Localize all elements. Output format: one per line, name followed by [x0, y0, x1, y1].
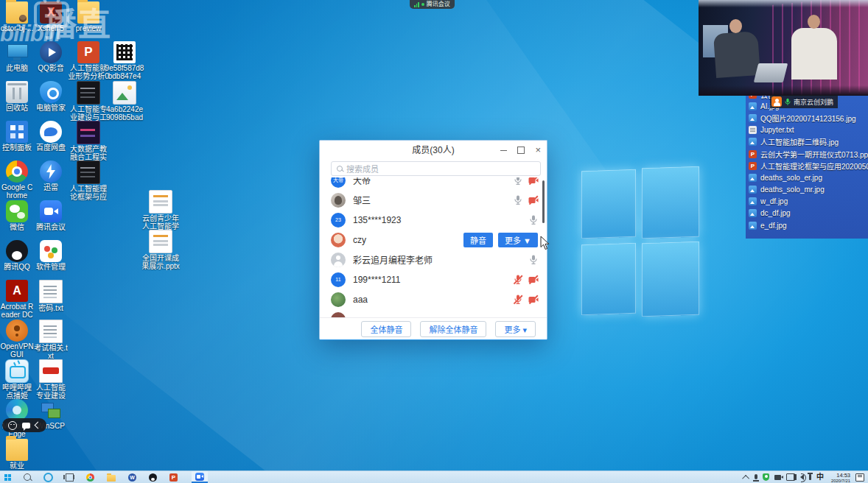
- footer-action-button[interactable]: 解除全体静音: [420, 321, 486, 337]
- camera-icon[interactable]: [528, 195, 539, 205]
- tray-volume-icon[interactable]: [800, 474, 804, 480]
- member-row[interactable]: 23 135****1923: [320, 210, 547, 230]
- notification-center-icon[interactable]: [855, 473, 864, 482]
- desktop-icon[interactable]: QQ影音: [34, 41, 68, 81]
- file-item[interactable]: 云创大学第一期开班仪式0713.pptx: [749, 148, 868, 160]
- desktop-icon[interactable]: 9e58f587d8bdb847e47...: [105, 41, 144, 81]
- desktop-icon[interactable]: 哔哩哔哩点播姬: [0, 359, 34, 399]
- camera-icon[interactable]: [528, 275, 539, 285]
- tray-mic-icon[interactable]: [755, 474, 757, 479]
- desktop-icon-label: 此电脑: [0, 64, 34, 72]
- collapse-chevron-icon[interactable]: [34, 422, 41, 429]
- desktop-icon[interactable]: 迅雷: [34, 161, 68, 200]
- mic-icon[interactable]: [528, 255, 539, 265]
- desktop-icon[interactable]: OpenVPN GUI: [0, 320, 34, 359]
- desktop-icon[interactable]: 云创青少年人工智能学院...: [140, 190, 181, 230]
- file-item[interactable]: w_df.jpg: [749, 196, 868, 208]
- desktop-icon[interactable]: 电脑管家: [34, 81, 68, 121]
- chat-icon[interactable]: [22, 423, 30, 429]
- mute-button[interactable]: 静音: [463, 233, 493, 247]
- file-item[interactable]: deaths_solo_er.jpg: [749, 172, 868, 183]
- scrollbar-thumb[interactable]: [542, 180, 545, 223]
- file-item[interactable]: 人工智能加群二维码.jpg: [749, 136, 868, 148]
- desktop-icon-label: preview: [68, 24, 109, 32]
- desktop-icon-label: 回收站: [0, 104, 34, 112]
- cortana-icon[interactable]: [43, 473, 53, 482]
- tray-security-icon[interactable]: [763, 473, 769, 481]
- w-app-icon[interactable]: [128, 473, 136, 482]
- desktop-icon[interactable]: 4a6b2242e9098b5bad5...: [105, 81, 144, 121]
- desktop-icon[interactable]: Google Chrome: [0, 161, 34, 200]
- desktop-icon-label: 大数据产教融合工程实践0...: [68, 145, 109, 161]
- file-item[interactable]: 人工智能理论框架与应用20200506.pptx: [749, 160, 868, 172]
- desktop-icon[interactable]: 人工智能理论框架与应用2...: [68, 161, 109, 200]
- member-search-input[interactable]: 搜索成员: [331, 161, 541, 176]
- member-row[interactable]: czy 静音 更多 ▼: [320, 230, 547, 250]
- desktop-icon[interactable]: 腾讯会议: [34, 200, 68, 240]
- minimize-button[interactable]: [500, 150, 507, 151]
- emoji-face-icon[interactable]: [8, 421, 17, 430]
- file-item[interactable]: e_df.jpg: [749, 219, 868, 231]
- desktop-icon-column: 云创青少年人工智能学院... 全国开课成果展示.pptx: [140, 190, 181, 269]
- member-row[interactable]: aaa: [320, 289, 547, 309]
- footer-action-button[interactable]: 全体静音: [361, 321, 411, 337]
- tencent-meeting-taskbar-active[interactable]: [192, 471, 208, 483]
- desktop-icon[interactable]: 密码.txt: [34, 280, 68, 320]
- desktop-icon[interactable]: 考试相关.txt: [34, 320, 68, 359]
- recording-dot-icon: [421, 3, 424, 6]
- mic-icon[interactable]: [512, 195, 524, 205]
- tray-camera-icon[interactable]: [774, 475, 781, 480]
- maximize-button[interactable]: [517, 147, 525, 154]
- meeting-status-pill[interactable]: 腾讯会议: [410, 0, 455, 9]
- file-item[interactable]: deaths_solo_mr.jpg: [749, 184, 868, 196]
- tray-clock[interactable]: 14:53 2020/7/21: [829, 472, 850, 483]
- desktop-icon[interactable]: cstor-bj-...: [0, 1, 34, 41]
- desktop-icon[interactable]: preview: [68, 1, 109, 41]
- desktop-icon[interactable]: 人工智能专业建设与工程...: [34, 359, 68, 399]
- desktop-icon[interactable]: 微信: [0, 200, 34, 240]
- desktop-icon[interactable]: 腾讯QQ: [0, 240, 34, 280]
- close-button[interactable]: ×: [535, 147, 541, 154]
- file-item[interactable]: dc_df.jpg: [749, 208, 868, 219]
- desktop-icon[interactable]: 控制面板: [0, 121, 34, 161]
- desktop-icon[interactable]: 此电脑: [0, 41, 34, 81]
- mic-icon[interactable]: [528, 215, 539, 225]
- desktop-icon-label: 密码.txt: [34, 304, 68, 312]
- desktop-icon[interactable]: Xshell 5: [34, 1, 68, 41]
- desktop-icon[interactable]: 百度网盘: [34, 121, 68, 161]
- live-toolbar[interactable]: [2, 418, 46, 432]
- footer-action-button[interactable]: 更多 ▾: [495, 321, 536, 337]
- desktop-icon-glyph: [39, 359, 63, 383]
- desktop-icon[interactable]: 全国开课成果展示.pptx: [140, 230, 181, 269]
- desktop-icon-label: 电脑管家: [34, 104, 68, 112]
- dialog-titlebar[interactable]: 成员(30人) ×: [320, 141, 547, 160]
- desktop-icon[interactable]: 人工智能就业形势分析07...: [68, 41, 109, 81]
- file-item[interactable]: QQ图片20200714123156.jpg: [749, 112, 868, 124]
- ime-indicator[interactable]: 中: [816, 471, 824, 483]
- member-row[interactable]: 11 199****1211: [320, 269, 547, 289]
- mic-icon[interactable]: [512, 275, 524, 285]
- desktop-icon[interactable]: Acrobat Reader DC: [0, 280, 34, 320]
- more-dropdown-button[interactable]: 更多 ▼: [498, 233, 538, 247]
- powerpoint-taskbar-icon[interactable]: [169, 473, 178, 482]
- member-list: 大帝 大帝 邹三: [320, 170, 547, 317]
- member-row[interactable]: [320, 309, 547, 317]
- desktop-icon[interactable]: 人工智能专业建设与工程...: [68, 81, 109, 121]
- mic-icon[interactable]: [512, 295, 524, 305]
- chrome-taskbar-icon[interactable]: [86, 473, 94, 482]
- file-item[interactable]: Jupyter.txt: [749, 124, 868, 136]
- desktop-icon[interactable]: 大数据产教融合工程实践0...: [68, 121, 109, 161]
- start-button[interactable]: [4, 474, 11, 481]
- file-explorer-icon[interactable]: [107, 475, 116, 482]
- task-view-icon[interactable]: [66, 473, 74, 482]
- camera-icon[interactable]: [528, 295, 539, 305]
- desktop-icon[interactable]: 软件管理: [34, 240, 68, 280]
- tray-plug-icon[interactable]: [809, 474, 811, 480]
- desktop-icon[interactable]: 回收站: [0, 81, 34, 121]
- search-icon[interactable]: [24, 473, 31, 481]
- member-row[interactable]: 邹三: [320, 190, 547, 210]
- member-row[interactable]: 彩云追月编程李老师: [320, 250, 547, 269]
- member-actions: 静音 更多 ▼: [463, 233, 538, 247]
- webcam-video-feed[interactable]: [699, 0, 868, 96]
- qq-taskbar-icon[interactable]: [149, 473, 157, 482]
